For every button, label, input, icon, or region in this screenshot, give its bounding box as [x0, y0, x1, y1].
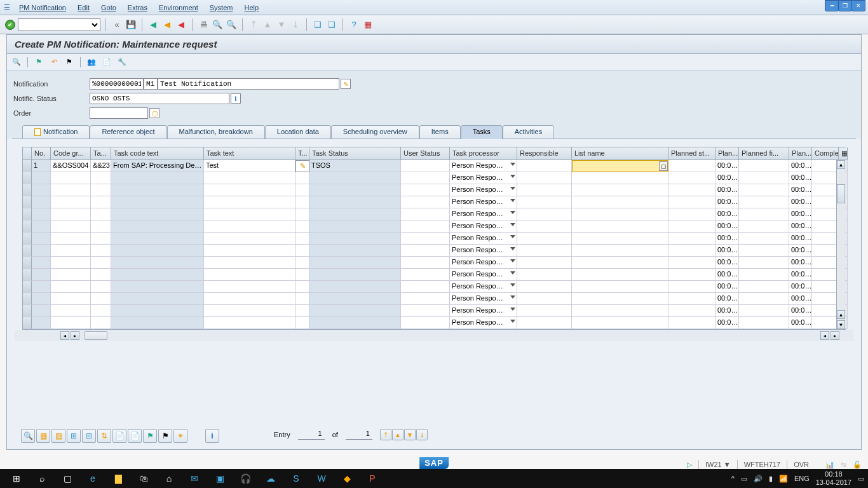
table-cell[interactable] [668, 233, 715, 245]
table-cell[interactable]: 00:0… [715, 317, 739, 329]
first-page-icon[interactable]: ⤒ [248, 19, 259, 30]
table-cell[interactable] [812, 269, 839, 281]
table-cell[interactable] [572, 172, 668, 184]
save-icon[interactable]: 💾 [125, 19, 137, 30]
layout-icon[interactable]: ▦ [362, 19, 374, 30]
col-header[interactable]: Task Status [309, 147, 401, 160]
table-cell[interactable] [204, 208, 295, 220]
table-cell[interactable] [401, 196, 450, 208]
table-cell[interactable] [739, 305, 789, 317]
table-cell[interactable] [32, 208, 51, 220]
table-cell[interactable] [204, 281, 295, 293]
table-cell[interactable] [517, 208, 572, 220]
table-cell[interactable] [572, 245, 668, 257]
order-input[interactable] [90, 107, 148, 119]
tray-battery-icon[interactable]: ▭ [741, 475, 747, 483]
table-cell[interactable] [91, 245, 111, 257]
table-cell[interactable] [111, 245, 204, 257]
nav-last-icon[interactable]: ⤓ [416, 429, 428, 440]
table-cell[interactable] [111, 305, 204, 317]
skype-icon[interactable]: S [283, 469, 309, 488]
table-cell[interactable]: 00:0… [715, 160, 739, 172]
table-cell[interactable]: ✎ [295, 160, 309, 172]
table-cell[interactable] [572, 281, 668, 293]
new-session-icon[interactable]: ❏ [312, 19, 323, 30]
table-cell[interactable] [295, 305, 309, 317]
tab-location[interactable]: Location data [265, 125, 331, 139]
table-cell[interactable] [668, 305, 715, 317]
refresh-icon[interactable]: 🔍 [11, 57, 22, 67]
table-cell[interactable] [51, 245, 91, 257]
table-cell[interactable] [517, 160, 572, 172]
table-cell[interactable] [668, 269, 715, 281]
table-cell[interactable]: 00:0… [715, 196, 739, 208]
table-cell[interactable] [572, 220, 668, 233]
table-cell[interactable] [668, 281, 715, 293]
menu-extras[interactable]: Extras [128, 4, 147, 11]
row-selector[interactable] [23, 245, 32, 257]
long-text-icon[interactable]: 📄 [112, 429, 126, 443]
table-cell[interactable] [401, 172, 450, 184]
order-doc-icon[interactable]: ▢ [149, 108, 159, 118]
table-cell[interactable] [812, 293, 839, 305]
table-cell[interactable] [401, 269, 450, 281]
table-cell[interactable] [309, 269, 401, 281]
menu-pm-notification[interactable]: PM Notification [19, 4, 66, 11]
table-cell[interactable]: Person Respo… [450, 233, 517, 245]
row-selector[interactable] [23, 281, 32, 293]
mail-icon[interactable]: ✉ [182, 469, 207, 488]
row-selector[interactable] [23, 220, 32, 233]
table-cell[interactable] [204, 220, 295, 233]
table-cell[interactable]: 00:0… [715, 184, 739, 196]
row-selector[interactable] [23, 305, 32, 317]
enter-icon[interactable]: ✔ [5, 20, 15, 30]
print-icon[interactable]: 🖶 [198, 19, 209, 30]
table-cell[interactable] [572, 305, 668, 317]
col-header[interactable]: No. [32, 147, 51, 160]
home-icon[interactable]: ⌂ [156, 469, 182, 488]
table-cell[interactable]: 00:0… [789, 196, 812, 208]
table-cell[interactable] [91, 184, 111, 196]
table-cell[interactable] [572, 196, 668, 208]
table-cell[interactable] [739, 317, 789, 329]
start-icon[interactable]: ⊞ [4, 469, 29, 488]
find-next-icon[interactable]: 🔍 [226, 19, 237, 30]
table-cell[interactable] [572, 269, 668, 281]
table-cell[interactable]: 00:0… [789, 160, 812, 172]
col-header[interactable]: Responsible [517, 147, 572, 160]
tab-scheduling[interactable]: Scheduling overview [331, 125, 419, 139]
table-cell[interactable] [309, 245, 401, 257]
table-cell[interactable]: Person Respo… [450, 220, 517, 233]
table-cell[interactable]: Person Respo… [450, 317, 517, 329]
table-cell[interactable] [739, 293, 789, 305]
table-cell[interactable] [309, 172, 401, 184]
table-cell[interactable] [91, 269, 111, 281]
table-cell[interactable]: 00:0… [789, 281, 812, 293]
table-cell[interactable] [91, 233, 111, 245]
table-cell[interactable] [295, 172, 309, 184]
table-cell[interactable] [517, 245, 572, 257]
flag-green-icon[interactable]: ⚑ [33, 57, 44, 67]
flag-checker-icon[interactable]: ⚑ [64, 57, 75, 67]
table-cell[interactable] [812, 257, 839, 269]
maximize-button[interactable]: ❐ [838, 0, 852, 11]
table-cell[interactable]: 00:0… [789, 208, 812, 220]
table-cell[interactable] [111, 196, 204, 208]
table-cell[interactable] [401, 220, 450, 233]
table-cell[interactable] [111, 172, 204, 184]
col-header[interactable]: User Status [401, 147, 450, 160]
table-cell[interactable] [111, 184, 204, 196]
table-cell[interactable] [309, 317, 401, 329]
table-cell[interactable] [91, 305, 111, 317]
menu-edit[interactable]: Edit [78, 4, 90, 11]
search-icon[interactable]: ⌕ [29, 469, 55, 488]
table-cell[interactable] [668, 160, 715, 172]
col-header[interactable]: Planned fi... [739, 147, 789, 160]
col-header[interactable] [23, 147, 32, 160]
table-cell[interactable] [517, 196, 572, 208]
status-tcode[interactable]: IW21 ▼ [705, 461, 731, 468]
table-cell[interactable]: 00:0… [789, 257, 812, 269]
table-cell[interactable] [295, 184, 309, 196]
table-cell[interactable] [91, 293, 111, 305]
table-cell[interactable] [572, 233, 668, 245]
